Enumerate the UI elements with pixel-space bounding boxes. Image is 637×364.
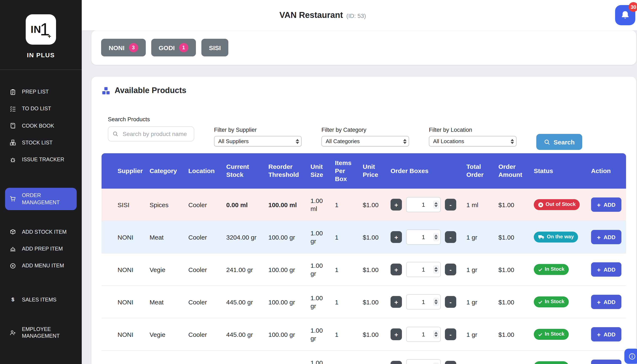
supplier-chip-godi[interactable]: GODI 1 [151, 39, 196, 56]
sidebar-item-add-menu-item[interactable]: ADD MENU ITEM [5, 258, 77, 274]
cell-unit-size: 1.00 gr [306, 351, 331, 364]
filter-location-label: Filter by Location [429, 127, 516, 133]
increase-quantity-button[interactable]: + [391, 264, 402, 276]
bug-icon [9, 156, 17, 163]
sidebar-item-prep-list[interactable]: PREP LIST [5, 84, 77, 100]
sidebar-item-add-prep-item[interactable]: ADD PREP ITEM [5, 241, 77, 257]
increase-quantity-button[interactable]: + [391, 199, 402, 211]
table-header: SupplierCategoryLocationCurrent StockReo… [102, 153, 626, 189]
restaurant-name: VAN Restaurant [280, 10, 343, 20]
cell-unit-price: $1.00 [359, 254, 386, 286]
cell-order-boxes: + 1 - [386, 189, 462, 221]
sidebar-item-label: STOCK LIST [22, 139, 53, 146]
number-spinner[interactable] [433, 330, 439, 339]
stock-boxes-icon [9, 140, 17, 146]
cell-total-order: 1 gr [462, 221, 494, 254]
notifications-button[interactable]: 30 [615, 5, 635, 25]
plus-icon: + [597, 363, 601, 364]
column-header-status: Status [529, 153, 587, 189]
filter-group-supplier: Filter by Supplier All Suppliers [214, 127, 302, 146]
search-icon [544, 139, 550, 145]
sidebar-item-sales-items[interactable]: $ SALES ITEMS [5, 292, 77, 307]
cell-unit-size: 1.00 gr [306, 221, 331, 254]
sidebar-item-issue-tracker[interactable]: ISSUE TRACKER [5, 152, 77, 167]
cell-current-stock: 431.00 gr [222, 351, 264, 364]
app-name: IN PLUS [27, 51, 55, 58]
cell-status: In Stock [529, 351, 587, 364]
search-box [108, 126, 194, 142]
book-icon [9, 122, 17, 129]
cell-items-per-box: 1 [331, 221, 359, 254]
status-badge: In Stock [534, 362, 568, 364]
quantity-input[interactable]: 1 [406, 327, 441, 342]
cell-total-order: 1 ml [462, 189, 494, 221]
supplier-chip-noni[interactable]: NONI 3 [101, 39, 146, 56]
increase-quantity-button[interactable]: + [391, 361, 402, 364]
supplier-select[interactable]: All Suppliers [214, 136, 302, 146]
cell-category: Vegie [145, 318, 184, 351]
cell-unit-size: 1.00 gr [306, 318, 331, 351]
add-product-button[interactable]: + ADD [591, 230, 621, 244]
cell-current-stock: 3204.00 gr [222, 221, 264, 254]
quantity-input[interactable]: 1 [406, 197, 441, 212]
number-spinner[interactable] [433, 201, 439, 209]
add-product-button[interactable]: + ADD [591, 198, 621, 212]
cell-status: Out of Stock [529, 189, 587, 221]
clipboard-icon [9, 89, 17, 95]
quantity-input[interactable]: 1 [406, 294, 441, 310]
status-text: On the way [547, 234, 574, 240]
add-product-button[interactable]: + ADD [591, 295, 621, 309]
cell-order-boxes: + 1 - [386, 351, 462, 364]
product-row: NONI Vegie Cooler 241.00 gr 100.00 gr 1.… [102, 254, 626, 286]
cell-status: In Stock [529, 254, 587, 286]
add-button-label: ADD [604, 266, 615, 273]
quantity-input[interactable]: 1 [406, 230, 441, 245]
decrease-quantity-button[interactable]: - [445, 361, 456, 364]
available-products-card: Available Products Search Products Filte… [92, 77, 636, 364]
supplier-chips: NONI 3 GODI 1 SISI [101, 39, 626, 56]
cell-supplier: NONI [102, 286, 145, 318]
search-button[interactable]: Search [536, 134, 582, 150]
decrease-quantity-button[interactable]: - [445, 296, 456, 308]
add-product-button[interactable]: + ADD [591, 360, 621, 364]
quantity-input[interactable]: 1 [406, 359, 441, 364]
cell-total-order: 1 gr [462, 254, 494, 286]
sidebar-item-cook-book[interactable]: COOK BOOK [5, 118, 77, 134]
sidebar-item-add-stock-item[interactable]: ADD STOCK ITEM [5, 224, 77, 240]
search-input[interactable] [108, 126, 194, 142]
plus-icon: + [597, 201, 601, 208]
increase-quantity-button[interactable]: + [391, 329, 402, 340]
sidebar-item-stock-list[interactable]: STOCK LIST [5, 135, 77, 150]
sidebar-item-to-do-list[interactable]: TO DO LIST [5, 101, 77, 117]
supplier-select-value: All Suppliers [218, 138, 249, 144]
info-button[interactable] [624, 349, 637, 364]
number-spinner[interactable] [433, 363, 439, 364]
quantity-value: 1 [422, 298, 425, 306]
quantity-stepper: + 1 - [391, 294, 458, 310]
add-button-label: ADD [604, 234, 615, 240]
decrease-quantity-button[interactable]: - [445, 264, 456, 276]
number-spinner[interactable] [433, 298, 439, 306]
sidebar-item-order-management[interactable]: ORDER MANAGEMENT [5, 188, 77, 210]
supplier-chip-label: GODI [159, 44, 175, 51]
status-text: In Stock [545, 299, 564, 305]
add-product-button[interactable]: + ADD [591, 327, 621, 342]
search-button-label: Search [553, 138, 575, 146]
increase-quantity-button[interactable]: + [391, 231, 402, 243]
decrease-quantity-button[interactable]: - [445, 199, 456, 211]
increase-quantity-button[interactable]: + [391, 296, 402, 308]
number-spinner[interactable] [433, 266, 439, 274]
column-header-order-amount: Order Amount [494, 153, 529, 189]
decrease-quantity-button[interactable]: - [445, 329, 456, 340]
number-spinner[interactable] [433, 233, 439, 242]
location-select[interactable]: All Locations [429, 136, 516, 146]
supplier-count-badge: 1 [179, 43, 188, 52]
supplier-chip-sisi[interactable]: SISI [201, 39, 229, 56]
decrease-quantity-button[interactable]: - [445, 231, 456, 243]
category-select[interactable]: All Categories [321, 136, 409, 146]
sidebar-item-label: TO DO LIST [22, 106, 51, 112]
add-product-button[interactable]: + ADD [591, 262, 621, 277]
quantity-input[interactable]: 1 [406, 262, 441, 277]
sidebar-item-employee-management[interactable]: EMPLOYEE MANAGEMENT [5, 322, 77, 344]
column-header-location: Location [184, 153, 222, 189]
